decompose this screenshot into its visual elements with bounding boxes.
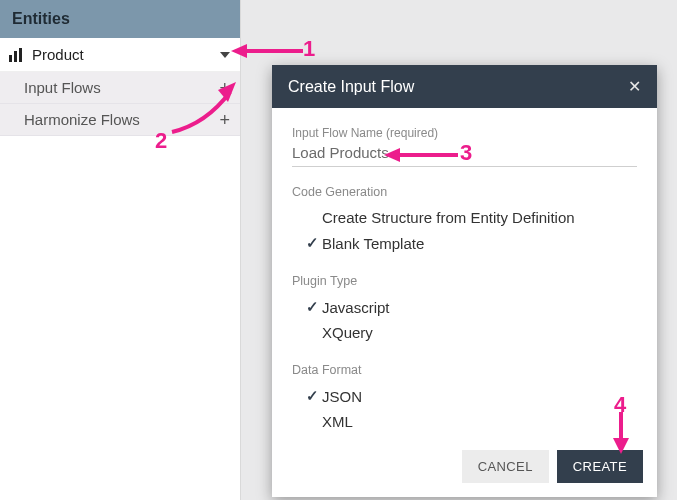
chevron-down-icon[interactable] xyxy=(220,52,230,58)
option-xml[interactable]: XML xyxy=(292,409,637,434)
option-label: Create Structure from Entity Definition xyxy=(322,209,637,226)
option-javascript[interactable]: ✓ Javascript xyxy=(292,294,637,320)
entity-label: Product xyxy=(32,46,220,63)
create-input-flow-dialog: Create Input Flow ✕ Input Flow Name (req… xyxy=(272,65,657,497)
check-icon: ✓ xyxy=(302,298,322,316)
svg-rect-2 xyxy=(19,48,22,62)
plugin-type-label: Plugin Type xyxy=(292,274,637,288)
option-create-structure[interactable]: Create Structure from Entity Definition xyxy=(292,205,637,230)
option-json[interactable]: ✓ JSON xyxy=(292,383,637,409)
dialog-title: Create Input Flow xyxy=(288,78,628,96)
flow-label: Input Flows xyxy=(24,79,219,96)
annotation-number-1: 1 xyxy=(303,36,315,62)
sidebar-title: Entities xyxy=(0,0,240,38)
cancel-button[interactable]: CANCEL xyxy=(462,450,549,483)
option-label: Javascript xyxy=(322,299,637,316)
annotation-arrow-1 xyxy=(231,42,303,60)
add-input-flow-icon[interactable]: + xyxy=(219,81,230,95)
sidebar: Entities Product Input Flows + Harmonize… xyxy=(0,0,241,500)
check-icon: ✓ xyxy=(302,234,322,252)
entity-row-product[interactable]: Product xyxy=(0,38,240,72)
data-format-label: Data Format xyxy=(292,363,637,377)
svg-rect-0 xyxy=(9,55,12,62)
code-generation-label: Code Generation xyxy=(292,185,637,199)
check-icon: ✓ xyxy=(302,387,322,405)
option-label: XQuery xyxy=(322,324,637,341)
sidebar-item-harmonize-flows[interactable]: Harmonize Flows + xyxy=(0,104,240,136)
option-xquery[interactable]: XQuery xyxy=(292,320,637,345)
entity-icon xyxy=(8,47,24,63)
option-label: Blank Template xyxy=(322,235,637,252)
flows-list: Input Flows + Harmonize Flows + xyxy=(0,72,240,136)
input-flow-name-label: Input Flow Name (required) xyxy=(292,126,637,140)
annotation-number-2: 2 xyxy=(155,128,167,154)
create-button[interactable]: CREATE xyxy=(557,450,643,483)
option-label: JSON xyxy=(322,388,637,405)
dialog-header: Create Input Flow ✕ xyxy=(272,65,657,108)
annotation-number-4: 4 xyxy=(614,392,626,418)
dialog-footer: CANCEL CREATE xyxy=(272,440,657,497)
add-harmonize-flow-icon[interactable]: + xyxy=(219,113,230,127)
option-blank-template[interactable]: ✓ Blank Template xyxy=(292,230,637,256)
flow-label: Harmonize Flows xyxy=(24,111,219,128)
option-label: XML xyxy=(322,413,637,430)
close-icon[interactable]: ✕ xyxy=(628,77,641,96)
sidebar-item-input-flows[interactable]: Input Flows + xyxy=(0,72,240,104)
annotation-number-3: 3 xyxy=(460,140,472,166)
svg-rect-1 xyxy=(14,51,17,62)
